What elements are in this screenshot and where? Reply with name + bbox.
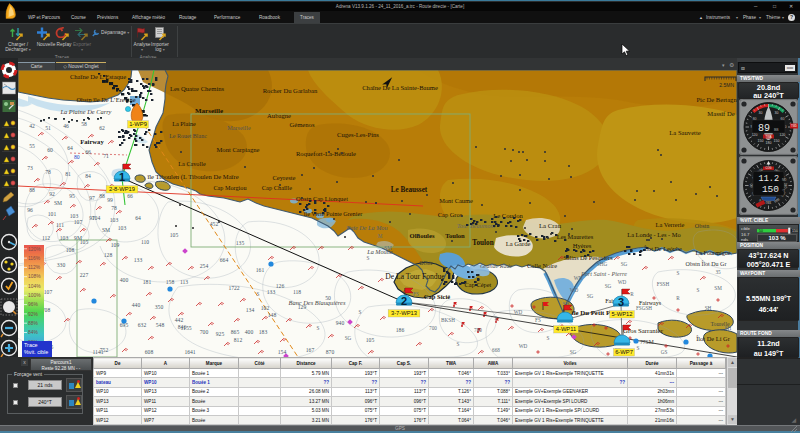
svg-text:M: M: [378, 233, 383, 239]
svg-text:Le Beausset: Le Beausset: [391, 186, 428, 194]
svg-text:1-WP9: 1-WP9: [129, 121, 147, 127]
svg-text:103: 103: [110, 217, 119, 223]
svg-text:102: 102: [261, 305, 270, 311]
svg-text:108: 108: [66, 247, 75, 253]
svg-text:66: 66: [85, 149, 91, 155]
svg-text:S: S: [637, 345, 640, 351]
svg-text:35: 35: [715, 269, 721, 275]
svg-text:SG: SG: [345, 335, 352, 341]
svg-text:Obstr: Obstr: [419, 260, 432, 266]
svg-text:668: 668: [492, 347, 500, 353]
svg-text:FS: FS: [535, 317, 541, 323]
svg-text:FSSH: FSSH: [657, 281, 670, 287]
svg-text:île Du Petit P: île Du Petit P: [571, 309, 610, 316]
svg-text:148: 148: [268, 312, 277, 318]
svg-text:109: 109: [111, 242, 120, 248]
svg-text:Chaîne De La Sainte-Baume: Chaîne De La Sainte-Baume: [362, 84, 438, 91]
svg-text:Toulon: Toulon: [445, 232, 465, 239]
svg-text:77SM: 77SM: [640, 339, 654, 345]
svg-text:51: 51: [45, 125, 51, 131]
svg-text:126: 126: [276, 283, 285, 289]
svg-text:9M: 9M: [74, 235, 82, 241]
svg-text:Aubagne: Aubagne: [267, 112, 291, 119]
svg-text:110: 110: [141, 239, 149, 245]
svg-text:BB: BB: [774, 128, 779, 132]
svg-text:118: 118: [293, 289, 301, 295]
svg-text:350: 350: [155, 304, 164, 310]
svg-text:150: 150: [792, 229, 798, 233]
svg-text:La Cavolle: La Cavolle: [178, 160, 206, 167]
svg-text:64: 64: [135, 215, 141, 221]
svg-text:80: 80: [74, 154, 80, 160]
svg-text:2: 2: [401, 295, 407, 307]
svg-text:103: 103: [60, 235, 69, 241]
svg-text:101: 101: [48, 211, 57, 217]
svg-text:La Sauvette: La Sauvette: [669, 129, 700, 136]
svg-text:WD: WD: [514, 309, 523, 315]
svg-text:89: 89: [758, 123, 770, 134]
svg-text:WD: WD: [574, 275, 583, 281]
svg-text:S: S: [257, 291, 260, 297]
svg-text:107: 107: [44, 289, 53, 295]
svg-text:Grande Rade: Grande Rade: [480, 263, 512, 269]
svg-text:Les Quatre Chemins: Les Quatre Chemins: [170, 85, 225, 92]
svg-text:84%: 84%: [28, 330, 38, 335]
svg-text:88: 88: [99, 193, 105, 199]
svg-text:608: 608: [145, 349, 154, 355]
svg-text:Port Saint - Pierre: Port Saint - Pierre: [580, 270, 627, 277]
svg-text:104: 104: [92, 215, 101, 221]
svg-text:Marseille: Marseille: [227, 124, 251, 131]
svg-text:103: 103: [70, 213, 79, 219]
svg-text:BKSH: BKSH: [441, 317, 455, 323]
svg-text:S: S: [367, 255, 370, 261]
svg-text:129: 129: [298, 304, 307, 310]
svg-text:150: 150: [758, 139, 764, 143]
svg-text:870: 870: [326, 349, 335, 355]
svg-text:128: 128: [104, 252, 113, 258]
svg-text:95: 95: [69, 193, 75, 199]
svg-text:TWD: TWD: [791, 124, 797, 128]
svg-text:120: 120: [752, 133, 758, 137]
svg-text:Le Coudon: Le Coudon: [493, 212, 523, 219]
svg-text:100%: 100%: [28, 293, 41, 298]
svg-text:330: 330: [766, 200, 772, 204]
svg-text:île Verte Pointe Grenier: île Verte Pointe Grenier: [303, 210, 362, 217]
svg-text:TWA: TWA: [765, 135, 771, 139]
svg-text:Colle Noire: Colle Noire: [527, 262, 557, 269]
svg-text:1: 1: [119, 171, 125, 183]
svg-text:400: 400: [120, 277, 129, 283]
svg-text:400: 400: [245, 329, 254, 335]
svg-text:SM: SM: [714, 285, 722, 291]
svg-text:700: 700: [429, 325, 437, 331]
svg-text:R: R: [676, 295, 680, 301]
svg-text:135: 135: [236, 240, 245, 246]
svg-text:46: 46: [63, 123, 69, 129]
svg-text:Trace: Trace: [24, 342, 38, 348]
svg-text:FS: FS: [413, 291, 419, 297]
svg-text:Obstn Cap Lionquet: Obstn Cap Lionquet: [296, 195, 348, 202]
svg-text:150: 150: [762, 184, 779, 195]
svg-text:150: 150: [774, 139, 780, 143]
svg-text:111: 111: [56, 222, 64, 228]
svg-text:112%: 112%: [28, 265, 41, 270]
svg-text:96: 96: [27, 207, 33, 213]
svg-text:78: 78: [45, 169, 51, 175]
svg-text:134: 134: [246, 307, 255, 313]
svg-text:SM: SM: [384, 245, 392, 251]
svg-text:133: 133: [267, 289, 276, 295]
svg-text:812: 812: [234, 337, 243, 343]
svg-text:6-WP7: 6-WP7: [615, 349, 633, 355]
svg-text:Îlot De Leóube: Îlot De Leóube: [644, 245, 682, 252]
svg-text:2.5MN: 2.5MN: [719, 82, 734, 88]
svg-text:Fairway: Fairway: [80, 138, 104, 145]
svg-text:183: 183: [259, 329, 268, 335]
svg-text:84: 84: [85, 173, 91, 179]
svg-text:330: 330: [57, 262, 66, 268]
svg-text:81: 81: [65, 171, 71, 177]
svg-text:Cuges-Les-Pins: Cuges-Les-Pins: [337, 131, 379, 138]
svg-text:2-8-WP19: 2-8-WP19: [109, 186, 135, 192]
svg-text:105: 105: [366, 337, 375, 343]
svg-text:11.2: 11.2: [759, 174, 779, 184]
svg-text:SM: SM: [102, 227, 110, 233]
svg-text:181: 181: [143, 279, 152, 285]
